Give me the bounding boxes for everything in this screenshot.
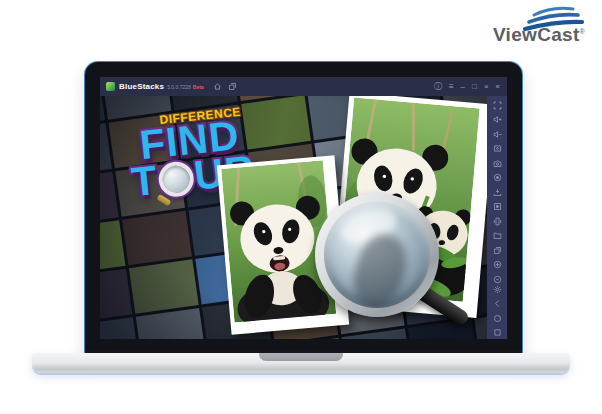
menu-button[interactable]: ≡ (449, 83, 454, 91)
home-icon[interactable] (492, 313, 502, 323)
collapse-sidebar-button[interactable]: « (496, 83, 500, 91)
registered-mark: ® (580, 28, 585, 35)
screen-record-icon[interactable] (492, 173, 502, 183)
game-screen[interactable]: DIFFERENCE FIND T UR (100, 96, 487, 339)
multi-window-icon[interactable] (228, 82, 237, 91)
titlebar-left-icons (213, 82, 237, 91)
laptop-notch (259, 353, 343, 361)
beta-badge: Beta (193, 84, 204, 90)
bluestacks-sidebar (487, 96, 507, 339)
sidebar-bottom-group (492, 284, 502, 338)
macro-recorder-icon[interactable] (492, 274, 502, 284)
home-icon[interactable] (213, 82, 222, 91)
install-apk-icon[interactable] (492, 187, 502, 197)
fullscreen-icon[interactable] (492, 100, 502, 110)
recent-apps-icon[interactable] (492, 328, 502, 338)
screenshot-icon[interactable] (492, 144, 502, 154)
media-manager-icon[interactable] (492, 202, 502, 212)
camera-icon[interactable] (492, 158, 502, 168)
viewcast-logo: ViewCast® (470, 0, 595, 52)
collage-tile (100, 220, 125, 274)
multi-instance-icon[interactable] (492, 245, 502, 255)
magnifier-lens (324, 202, 430, 308)
laptop-screen: BlueStacks 5.0.0.7228 Beta ⓘ≡–□×« DIFFER… (85, 62, 522, 354)
brand-name: ViewCast® (493, 24, 585, 46)
collage-tile (122, 210, 192, 264)
laptop-base (32, 353, 570, 373)
volume-down-icon[interactable] (492, 129, 502, 139)
game-controls-icon[interactable] (492, 260, 502, 270)
volume-up-icon[interactable] (492, 115, 502, 125)
folder-icon[interactable] (492, 231, 502, 241)
bluestacks-titlebar: BlueStacks 5.0.0.7228 Beta ⓘ≡–□×« (100, 77, 507, 96)
bluestacks-logo-icon (106, 82, 115, 91)
shake-icon[interactable] (492, 216, 502, 226)
window-controls: ⓘ≡–□×« (434, 83, 500, 91)
settings-icon[interactable] (492, 284, 502, 294)
app-version: 5.0.0.7228 (167, 84, 191, 90)
magnifying-glass (315, 193, 439, 317)
promo-screenshot: ViewCast® BlueStacks 5.0.0.7228 Beta ⓘ≡–… (0, 0, 602, 414)
collage-tile (128, 259, 198, 313)
maximize-button[interactable]: □ (472, 83, 477, 91)
sidebar-top-group (492, 100, 502, 284)
collage-tile (100, 317, 139, 339)
collage-tile (100, 268, 132, 322)
close-button[interactable]: × (484, 83, 489, 91)
collage-tile (135, 307, 205, 339)
help-button[interactable]: ⓘ (434, 83, 442, 91)
app-name: BlueStacks (119, 82, 164, 91)
tour-prefix: T (130, 164, 159, 200)
minimize-button[interactable]: – (461, 83, 465, 91)
back-icon[interactable] (492, 299, 502, 309)
laptop-display: BlueStacks 5.0.0.7228 Beta ⓘ≡–□×« DIFFER… (100, 77, 507, 339)
